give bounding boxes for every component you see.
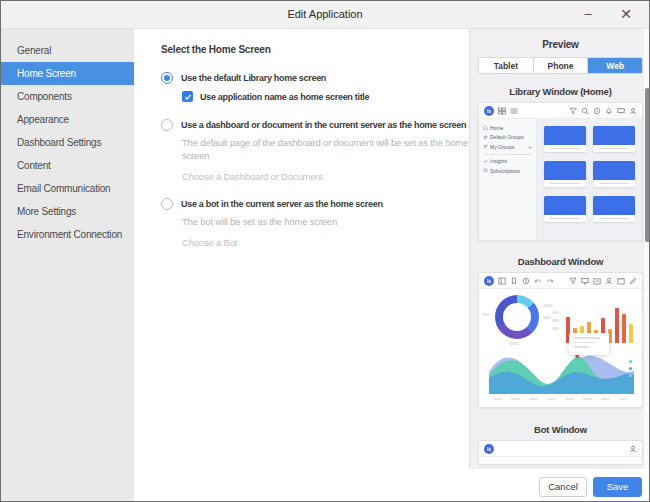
library-preview-toolbar: ls — [479, 103, 642, 119]
library-preview-sidebar: Home Default Groups My Groups + Insi — [479, 119, 537, 241]
radio-bot-label[interactable]: Use a bot in the current server as the h… — [181, 199, 383, 209]
bookmark-icon — [510, 277, 518, 285]
filter-icon — [569, 277, 577, 285]
sidebar-item-appearance[interactable]: Appearance — [1, 108, 134, 131]
screen-icon — [617, 107, 625, 115]
bot-window-preview: ls — [478, 440, 643, 465]
group-icon — [483, 144, 488, 149]
library-nav-insights: Insights — [483, 157, 536, 167]
user-icon — [605, 277, 613, 285]
library-card — [593, 196, 635, 222]
sidebar-item-environment-connection[interactable]: Environment Connection — [1, 223, 134, 246]
library-card — [544, 196, 586, 222]
list-view-icon — [510, 107, 518, 115]
library-nav-my-groups: My Groups + — [483, 142, 536, 152]
checkbox-app-name-title[interactable] — [182, 91, 193, 102]
library-window-preview: ls Home — [478, 102, 643, 241]
sidebar-item-more-settings[interactable]: More Settings — [1, 200, 134, 223]
app-logo: ls — [484, 276, 494, 286]
sidebar-item-home-screen[interactable]: Home Screen — [1, 62, 134, 85]
sidebar-item-dashboard-settings[interactable]: Dashboard Settings — [1, 131, 134, 154]
option-dashboard-description: The default page of the dashboard or doc… — [182, 136, 469, 162]
monitor-icon — [581, 277, 589, 285]
share-chart-icon — [593, 277, 601, 285]
tab-tablet[interactable]: Tablet — [479, 58, 534, 73]
titlebar: Edit Application – ✕ — [1, 1, 649, 29]
dashboard-preview-charts — [479, 289, 642, 346]
app-logo: ls — [484, 444, 494, 454]
panel-scrollbar-thumb[interactable] — [645, 88, 650, 242]
preview-panel: Preview Tablet Phone Web Library Window … — [469, 29, 650, 469]
tab-phone[interactable]: Phone — [534, 58, 589, 73]
dashboard-window-label: Dashboard Window — [470, 256, 650, 267]
preview-title: Preview — [470, 39, 650, 50]
search-icon — [581, 107, 589, 115]
account-icon — [629, 107, 637, 115]
chart-axis-placeholder — [552, 319, 559, 322]
settings-nav: General Home Screen Components Appearanc… — [1, 29, 134, 502]
library-nav-home: Home — [483, 123, 536, 133]
dialog-footer: Cancel Save — [134, 469, 650, 502]
bot-window-label: Bot Window — [470, 424, 650, 435]
grid-view-icon — [498, 107, 506, 115]
edit-icon — [629, 277, 637, 285]
save-button[interactable]: Save — [593, 477, 642, 497]
history-icon — [522, 277, 530, 285]
app-logo: ls — [484, 106, 494, 116]
panel-scrollbar-track[interactable] — [644, 29, 650, 469]
tab-web[interactable]: Web — [588, 58, 642, 73]
library-card — [593, 126, 635, 152]
bot-preview-toolbar: ls — [479, 441, 642, 457]
library-card — [544, 126, 586, 152]
add-group-icon: + — [528, 144, 532, 150]
group-icon — [483, 135, 488, 140]
close-button[interactable]: ✕ — [613, 1, 639, 28]
divider — [483, 154, 532, 155]
x-axis-placeholders — [493, 398, 628, 400]
toc-icon — [498, 277, 506, 285]
library-nav-subscriptions: Subscriptions — [483, 166, 536, 176]
chart-label-placeholder — [482, 313, 490, 316]
sidebar-item-content[interactable]: Content — [1, 154, 134, 177]
library-preview-grid — [537, 119, 642, 241]
option-default-library: Use the default Library home screen Use … — [161, 72, 469, 102]
redo-icon — [546, 277, 554, 285]
chart-label-placeholder — [543, 304, 553, 307]
page-title: Select the Home Screen — [161, 44, 469, 55]
donut-chart — [495, 295, 539, 339]
checkbox-app-name-title-label[interactable]: Use application name as home screen titl… — [200, 92, 369, 102]
radio-dashboard-document[interactable] — [161, 119, 173, 131]
edit-application-dialog: Edit Application – ✕ General Home Screen… — [0, 0, 650, 502]
status-icon — [593, 107, 601, 115]
chart-tooltip — [569, 333, 609, 355]
minimize-button[interactable]: – — [575, 1, 601, 28]
sidebar-item-email-communication[interactable]: Email Communication — [1, 177, 134, 200]
choose-bot-link[interactable]: Choose a Bot — [182, 237, 469, 248]
home-screen-settings: Select the Home Screen Use the default L… — [134, 29, 469, 469]
sidebar-item-general[interactable]: General — [1, 39, 134, 62]
window-title: Edit Application — [1, 1, 649, 28]
notifications-icon — [605, 107, 613, 115]
library-window-label: Library Window (Home) — [470, 86, 650, 97]
sidebar-item-components[interactable]: Components — [1, 85, 134, 108]
radio-default-library[interactable] — [161, 72, 173, 84]
area-chart — [487, 346, 634, 396]
option-dashboard-document: Use a dashboard or document in the curre… — [161, 119, 469, 182]
home-icon — [483, 125, 488, 130]
library-card — [544, 161, 586, 187]
insights-icon — [483, 159, 488, 164]
bot-preview-body — [479, 457, 642, 465]
calendar-icon — [617, 277, 625, 285]
choose-dashboard-link[interactable]: Choose a Dashboard or Document — [182, 171, 469, 182]
library-card — [593, 161, 635, 187]
chart-label-placeholder — [543, 316, 551, 319]
device-tabs: Tablet Phone Web — [478, 57, 643, 74]
radio-dashboard-document-label[interactable]: Use a dashboard or document in the curre… — [181, 120, 466, 130]
chart-axis-placeholder — [552, 311, 559, 314]
cancel-button[interactable]: Cancel — [539, 477, 587, 497]
radio-default-library-label[interactable]: Use the default Library home screen — [181, 73, 326, 83]
chart-axis-placeholder — [552, 327, 559, 330]
radio-bot[interactable] — [161, 198, 173, 210]
dashboard-window-preview: ls — [478, 272, 643, 408]
account-icon — [629, 445, 637, 453]
